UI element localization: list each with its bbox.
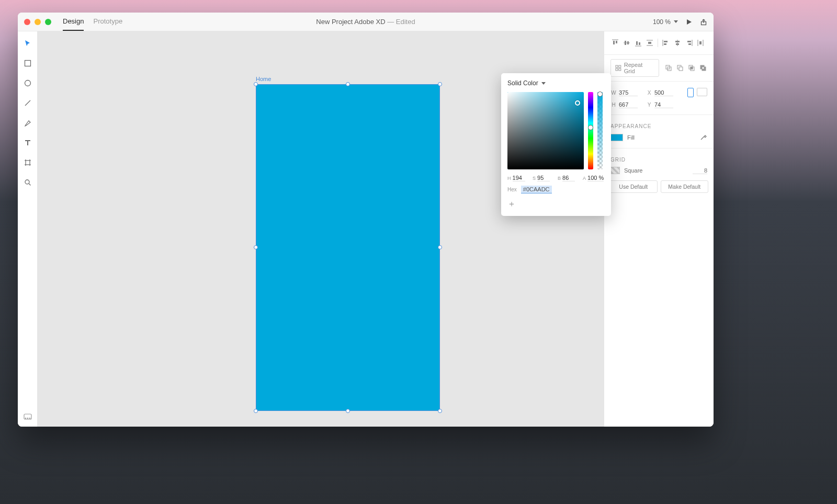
fill-row: Fill [604, 131, 714, 144]
grid-row: Square 8 [604, 165, 714, 176]
align-top-icon[interactable] [609, 38, 621, 48]
x-input[interactable]: 500 [654, 89, 673, 96]
zoom-control[interactable]: 100 % [653, 18, 678, 26]
exclude-icon[interactable] [699, 64, 707, 72]
use-default-button[interactable]: Use Default [609, 180, 658, 193]
subtract-icon[interactable] [676, 64, 684, 72]
make-default-button[interactable]: Make Default [661, 180, 709, 193]
selection-handle-bc[interactable] [346, 409, 350, 413]
svg-rect-28 [619, 68, 621, 71]
alpha-slider[interactable] [597, 92, 603, 169]
hue-slider[interactable] [588, 92, 593, 169]
align-hcenter-icon[interactable] [672, 38, 683, 48]
appearance-header: APPEARANCE [604, 119, 714, 131]
color-picker-popover: Solid Color H 194 S 95 B 86 A 100 % H [501, 73, 611, 216]
pen-tool[interactable] [23, 118, 32, 128]
distribute-h-icon[interactable] [695, 38, 706, 48]
line-tool[interactable] [23, 98, 32, 108]
divider [658, 39, 658, 47]
selection-handle-ml[interactable] [254, 245, 258, 249]
hue-thumb[interactable] [588, 125, 593, 130]
selection-handle-tl[interactable] [254, 82, 258, 86]
titlebar-right: 100 % [653, 18, 707, 26]
zoom-window-button[interactable] [45, 19, 51, 25]
selection-handle-mr[interactable] [438, 245, 442, 249]
distribute-v-icon[interactable] [644, 38, 655, 48]
svg-point-10 [29, 418, 30, 418]
fill-label: Fill [627, 134, 635, 141]
x-label: X [646, 90, 652, 96]
svg-rect-15 [636, 41, 638, 45]
y-input[interactable]: 74 [654, 101, 673, 108]
document-title: New Project Adobe XD — Edited [316, 18, 415, 26]
repeat-row: Repeat Grid [604, 59, 714, 77]
fill-swatch[interactable] [610, 134, 623, 141]
intersect-icon[interactable] [687, 64, 696, 72]
selection-handle-br[interactable] [438, 409, 442, 413]
eyedropper-icon[interactable] [700, 133, 707, 142]
saturation-value-field[interactable] [507, 92, 584, 169]
svg-rect-20 [675, 41, 680, 42]
svg-rect-4 [26, 161, 30, 165]
assets-panel-button[interactable] [23, 412, 32, 421]
width-input[interactable]: 375 [619, 89, 638, 96]
y-label: Y [646, 102, 652, 108]
grid-size-input[interactable]: 8 [693, 167, 707, 174]
play-preview-button[interactable] [685, 18, 693, 26]
align-vcenter-icon[interactable] [621, 38, 632, 48]
hex-input[interactable]: #0CAADC [521, 186, 552, 193]
divider [604, 148, 714, 148]
svg-rect-38 [702, 67, 704, 69]
s-label: S [533, 176, 536, 181]
selection-handle-bl[interactable] [254, 409, 258, 413]
svg-rect-11 [613, 41, 615, 44]
selection-handle-tc[interactable] [346, 82, 350, 86]
color-mode-label: Solid Color [507, 79, 538, 87]
artboard-tool[interactable] [23, 158, 32, 167]
boolean-ops [664, 64, 707, 72]
tab-prototype[interactable]: Prototype [93, 13, 122, 31]
landscape-orientation-button[interactable] [697, 88, 707, 96]
artboard-label[interactable]: Home [256, 76, 271, 82]
mode-tabs: Design Prototype [63, 13, 122, 31]
alpha-thumb[interactable] [597, 91, 603, 97]
share-button[interactable] [700, 18, 707, 26]
artboard-rect[interactable] [256, 84, 440, 411]
portrait-orientation-button[interactable] [687, 88, 694, 97]
close-window-button[interactable] [24, 19, 30, 25]
b-input[interactable]: 86 [562, 175, 575, 181]
tab-design[interactable]: Design [63, 13, 84, 31]
height-label: H [610, 102, 617, 108]
window-controls [24, 19, 51, 25]
hsba-inputs: H 194 S 95 B 86 A 100 % [507, 175, 605, 181]
text-tool[interactable] [23, 138, 32, 147]
h-input[interactable]: 194 [513, 175, 525, 181]
minimize-window-button[interactable] [35, 19, 41, 25]
repeat-grid-button[interactable]: Repeat Grid [610, 59, 659, 77]
align-right-icon[interactable] [683, 38, 695, 48]
ellipse-tool[interactable] [23, 78, 32, 88]
s-input[interactable]: 95 [537, 175, 550, 181]
grid-swatch[interactable] [610, 167, 620, 174]
svg-rect-12 [616, 41, 617, 43]
divider [604, 54, 714, 55]
add-swatch-button[interactable]: ＋ [507, 199, 605, 210]
rectangle-tool[interactable] [23, 59, 32, 68]
align-bottom-icon[interactable] [632, 38, 644, 48]
height-input[interactable]: 667 [619, 101, 638, 108]
select-tool[interactable] [23, 39, 32, 48]
svg-rect-22 [687, 41, 691, 42]
a-input[interactable]: 100 % [587, 175, 604, 181]
b-label: B [558, 176, 561, 181]
inspector-panel: Repeat Grid W 375 X 500 [604, 31, 714, 427]
h-label: H [507, 176, 511, 181]
sv-thumb[interactable] [575, 100, 580, 106]
align-left-icon[interactable] [660, 38, 672, 48]
svg-rect-27 [616, 68, 618, 71]
svg-line-6 [29, 184, 31, 186]
zoom-tool[interactable] [23, 178, 32, 187]
svg-point-9 [27, 418, 28, 418]
selection-handle-tr[interactable] [438, 82, 442, 86]
union-icon[interactable] [664, 64, 673, 72]
color-mode-select[interactable]: Solid Color [507, 79, 605, 87]
